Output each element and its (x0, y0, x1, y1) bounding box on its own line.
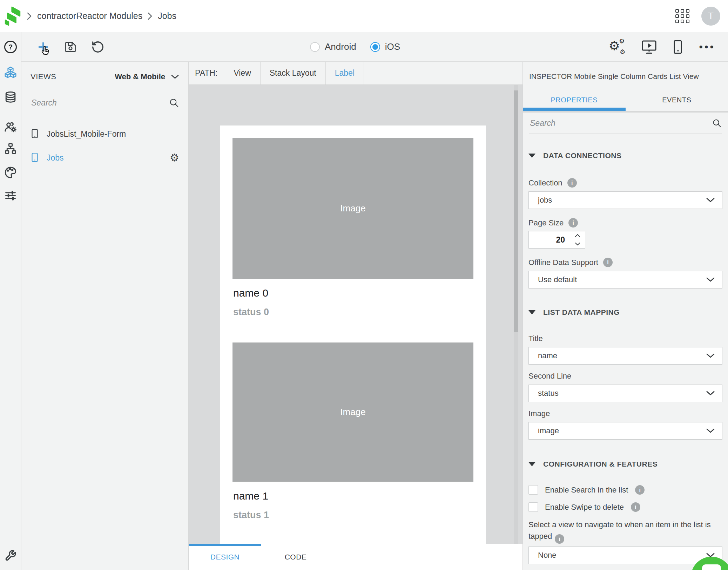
enable-swipe-checkbox[interactable] (528, 502, 538, 512)
radio-checked-icon (370, 42, 380, 52)
path-bar: PATH: View Stack Layout Label (189, 62, 523, 85)
navigate-view-dropdown[interactable]: None (528, 547, 722, 564)
inspector-search[interactable] (529, 113, 722, 134)
top-bar: contractorReactor Modules Jobs T (0, 0, 728, 32)
users-roles-icon[interactable] (4, 120, 17, 134)
apps-grid-icon[interactable] (675, 9, 689, 23)
enable-swipe-row: Enable Swipe to delete i (528, 502, 722, 512)
theme-palette-icon[interactable] (4, 166, 17, 179)
undo-button[interactable] (91, 40, 105, 54)
phone-preview-icon[interactable] (673, 40, 683, 54)
offline-data-support-dropdown[interactable]: Use default (528, 271, 722, 289)
help-icon[interactable]: ? (4, 41, 17, 53)
section-list-data-mapping[interactable]: LIST DATA MAPPING (528, 308, 722, 317)
search-icon (169, 97, 179, 108)
live-preview-icon[interactable] (641, 40, 657, 54)
mobile-view-icon (31, 152, 39, 163)
chevron-down-icon (706, 277, 715, 283)
second-line-mapping-dropdown[interactable]: status (528, 385, 722, 402)
section-title: CONFIGURATION & FEATURES (543, 460, 658, 468)
card-title[interactable]: name 0 (233, 287, 486, 299)
tab-design[interactable]: DESIGN (189, 544, 261, 570)
views-search-input[interactable] (31, 98, 169, 108)
second-line-mapping-value: status (538, 389, 559, 398)
canvas-scrollbar-thumb[interactable] (514, 90, 518, 332)
collection-value: jobs (538, 196, 552, 205)
card-subtitle[interactable]: status 0 (233, 307, 486, 318)
stepper-down-button[interactable] (570, 240, 585, 249)
breadcrumb-chevron-icon (27, 12, 32, 21)
editor-toolbar: Android iOS ⚙⚙⚙ (21, 32, 728, 62)
save-button[interactable] (63, 40, 77, 54)
section-configuration-features[interactable]: CONFIGURATION & FEATURES (528, 460, 722, 468)
page-size-stepper[interactable]: 20 (528, 231, 585, 249)
info-icon[interactable]: i (568, 218, 578, 228)
card-title[interactable]: name 1 (233, 490, 486, 502)
views-scope-dropdown[interactable]: Web & Mobile (115, 72, 179, 81)
chevron-down-icon (706, 353, 715, 359)
navigate-view-value: None (538, 551, 557, 560)
second-line-mapping-label: Second Line (528, 372, 722, 381)
platform-toggle: Android iOS (310, 32, 400, 61)
path-segment-stack-layout[interactable]: Stack Layout (261, 62, 326, 84)
path-segment-view[interactable]: View (224, 62, 260, 84)
tab-code[interactable]: CODE (273, 544, 318, 570)
settings-gears-icon[interactable]: ⚙⚙⚙ (609, 40, 625, 54)
offline-data-support-value: Use default (538, 275, 577, 284)
title-mapping-dropdown[interactable]: name (528, 347, 722, 365)
image-mapping-value: image (538, 426, 559, 435)
section-data-connections[interactable]: DATA CONNECTIONS (528, 151, 722, 160)
path-segment-label[interactable]: Label (326, 62, 364, 84)
brand-logo-icon[interactable] (4, 5, 22, 27)
enable-search-checkbox[interactable] (528, 485, 538, 495)
inspector-search-input[interactable] (529, 118, 712, 128)
image-mapping-dropdown[interactable]: image (528, 422, 722, 440)
section-title: DATA CONNECTIONS (543, 151, 621, 160)
card-subtitle[interactable]: status 1 (233, 510, 486, 521)
avatar[interactable]: T (701, 7, 720, 26)
tab-events[interactable]: EVENTS (626, 93, 728, 111)
navigate-view-label: Select a view to navigate to when an ite… (528, 519, 722, 544)
tab-properties[interactable]: PROPERTIES (523, 93, 626, 111)
sitemap-icon[interactable] (4, 142, 17, 155)
view-item-jobs[interactable]: Jobs ⚙ (31, 152, 179, 163)
breadcrumb-page[interactable]: Jobs (158, 11, 176, 21)
platform-android-radio[interactable]: Android (310, 41, 356, 52)
info-icon[interactable]: i (635, 485, 645, 495)
inspector-panel: INSPECTOR Mobile Single Column Cards Lis… (523, 62, 728, 570)
add-widget-button[interactable] (36, 40, 50, 54)
info-icon[interactable]: i (631, 502, 640, 512)
views-panel: VIEWS Web & Mobile JobsList_Mobile-Form (21, 62, 189, 570)
platform-ios-label: iOS (385, 41, 400, 52)
phone-preview[interactable]: Image name 0 status 0 Image name 1 statu… (220, 125, 486, 544)
collapse-caret-icon (528, 154, 535, 158)
info-icon[interactable]: i (603, 258, 613, 267)
card-image-placeholder[interactable]: Image (232, 138, 473, 279)
chevron-down-icon (706, 428, 715, 434)
info-icon[interactable]: i (567, 178, 577, 188)
image-mapping-label: Image (528, 409, 722, 418)
widgets-cubes-icon[interactable] (4, 66, 17, 79)
platform-ios-radio[interactable]: iOS (370, 41, 400, 52)
database-icon[interactable] (4, 91, 17, 103)
stepper-up-button[interactable] (570, 231, 585, 240)
card-image-placeholder[interactable]: Image (232, 342, 473, 482)
views-panel-title: VIEWS (31, 72, 56, 81)
canvas[interactable]: Image name 0 status 0 Image name 1 statu… (189, 85, 523, 544)
more-ellipsis-icon[interactable]: ••• (699, 45, 715, 49)
collection-dropdown[interactable]: jobs (528, 191, 722, 209)
settings-sliders-icon[interactable] (4, 189, 17, 202)
chevron-down-icon (706, 391, 715, 396)
info-icon[interactable]: i (555, 534, 564, 544)
tools-wrench-icon[interactable] (5, 550, 16, 562)
page-size-value[interactable]: 20 (529, 231, 570, 248)
view-settings-gear-icon[interactable]: ⚙ (170, 152, 179, 163)
breadcrumb-chevron-icon (147, 12, 153, 21)
enable-search-label: Enable Search in the list (545, 486, 628, 495)
breadcrumb-app[interactable]: contractorReactor Modules (37, 11, 142, 21)
chevron-down-icon (575, 242, 580, 246)
view-item-jobslist-mobile-form[interactable]: JobsList_Mobile-Form (31, 129, 179, 139)
offline-data-support-label: Offline Data Support i (528, 258, 722, 267)
views-search[interactable] (31, 97, 179, 113)
radio-icon (310, 42, 320, 52)
